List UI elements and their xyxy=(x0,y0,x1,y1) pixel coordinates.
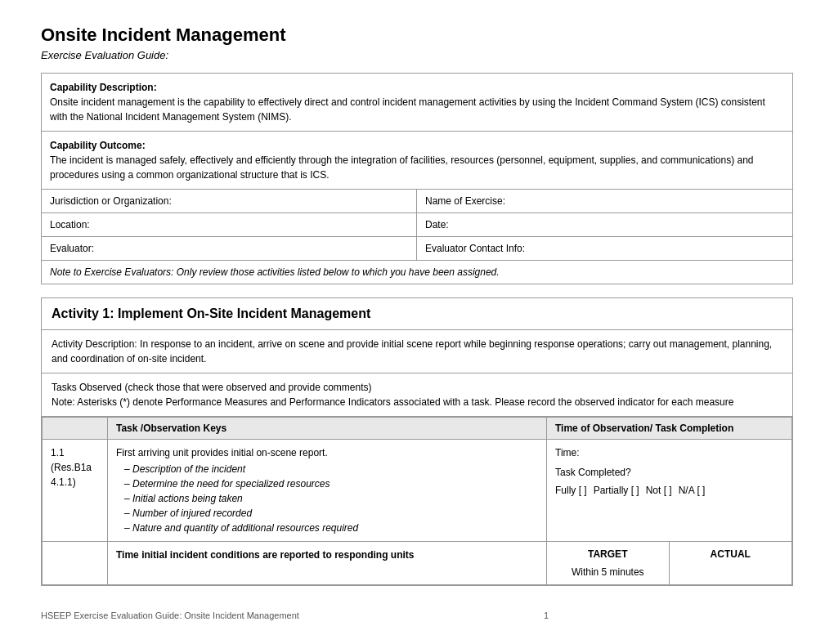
actual-col: ACTUAL xyxy=(670,542,792,584)
task-items-list: Description of the incident Determine th… xyxy=(116,462,538,535)
evaluator-contact-label: Evaluator Contact Info: xyxy=(425,243,525,254)
target-row-empty xyxy=(43,542,108,585)
target-header: TARGET xyxy=(555,547,661,561)
evaluator-row: Evaluator: Evaluator Contact Info: xyxy=(42,237,792,261)
tasks-observed-label: Tasks Observed xyxy=(52,382,122,393)
fully-checkbox: Fully [ ] xyxy=(555,483,587,498)
location-col: Location: xyxy=(42,213,417,236)
task-description: First arriving unit provides initial on-… xyxy=(108,440,547,542)
completion-checkboxes: Fully [ ] Partially [ ] Not [ ] N/A [ ] xyxy=(555,483,783,498)
not-checkbox: Not [ ] xyxy=(646,483,672,498)
task-time-cell: Time: Task Completed? Fully [ ] Partiall… xyxy=(547,440,792,542)
list-item: Description of the incident xyxy=(116,462,538,476)
name-of-exercise-label: Name of Exercise: xyxy=(425,195,505,207)
activity-description: Activity Description: In response to an … xyxy=(42,330,792,373)
task-number: 1.1 (Res.B1a 4.1.1) xyxy=(43,440,108,542)
note-section: Note to Exercise Evaluators: Only review… xyxy=(42,261,792,284)
target-actual-inner: TARGET Within 5 minutes ACTUAL xyxy=(547,542,791,584)
page-number: 1 xyxy=(544,610,549,620)
na-checkbox: N/A [ ] xyxy=(679,483,706,498)
capability-description-section: Capability Description: Onsite incident … xyxy=(42,74,792,132)
page-title: Onsite Incident Management xyxy=(41,25,793,46)
table-row: 1.1 (Res.B1a 4.1.1) First arriving unit … xyxy=(43,440,792,542)
capability-outcome-section: Capability Outcome: The incident is mana… xyxy=(42,132,792,190)
activity-header: Activity 1: Implement On-Site Incident M… xyxy=(42,298,792,330)
col-task-desc-header: Task /Observation Keys xyxy=(108,418,547,440)
activity-description-text: In response to an incident, arrive on sc… xyxy=(52,338,772,364)
partially-checkbox: Partially [ ] xyxy=(594,483,639,498)
location-label: Location: xyxy=(50,219,90,230)
col-task-time-header: Time of Observation/ Task Completion xyxy=(547,418,792,440)
date-label: Date: xyxy=(425,219,449,230)
target-desc-text: Time initial incident conditions are rep… xyxy=(116,549,414,561)
activity-title: Activity 1: Implement On-Site Incident M… xyxy=(52,306,782,321)
evaluator-contact-col: Evaluator Contact Info: xyxy=(417,237,792,260)
evaluator-label: Evaluator: xyxy=(50,243,94,254)
footer-left: HSEEP Exercise Evaluation Guide: Onsite … xyxy=(41,610,299,620)
tasks-observed-section: Tasks Observed (check those that were ob… xyxy=(42,373,792,417)
info-box: Capability Description: Onsite incident … xyxy=(41,73,793,284)
actual-header: ACTUAL xyxy=(678,547,784,561)
task-title: First arriving unit provides initial on-… xyxy=(116,447,328,458)
evaluator-col: Evaluator: xyxy=(42,237,417,260)
table-header-row: Task /Observation Keys Time of Observati… xyxy=(43,418,792,440)
list-item: Nature and quantity of additional resour… xyxy=(116,521,538,535)
capability-description-text: Onsite incident management is the capabi… xyxy=(50,95,784,124)
footer: HSEEP Exercise Evaluation Guide: Onsite … xyxy=(41,610,793,620)
task-completed-label: Task Completed? xyxy=(555,465,783,480)
date-col: Date: xyxy=(417,213,792,236)
jurisdiction-row: Jurisdiction or Organization: Name of Ex… xyxy=(42,190,792,213)
tasks-note: Note: Asterisks (*) denote Performance M… xyxy=(52,396,733,408)
list-item: Initial actions being taken xyxy=(116,491,538,506)
target-row-desc: Time initial incident conditions are rep… xyxy=(108,542,547,585)
time-label: Time: xyxy=(555,445,783,460)
jurisdiction-label: Jurisdiction or Organization: xyxy=(50,195,172,207)
target-actual-cell: TARGET Within 5 minutes ACTUAL xyxy=(547,542,792,585)
capability-description-label: Capability Description: xyxy=(50,82,157,93)
target-actual-row: Time initial incident conditions are rep… xyxy=(43,542,792,585)
capability-outcome-text: The incident is managed safely, effectiv… xyxy=(50,153,784,182)
task-table: Task /Observation Keys Time of Observati… xyxy=(42,417,792,585)
col-task-num-header xyxy=(43,418,108,440)
capability-outcome-label: Capability Outcome: xyxy=(50,140,146,151)
activity-box: Activity 1: Implement On-Site Incident M… xyxy=(41,297,793,586)
target-col: TARGET Within 5 minutes xyxy=(547,542,670,584)
activity-description-label: Activity Description: xyxy=(52,338,137,350)
list-item: Number of injured recorded xyxy=(116,506,538,521)
subtitle: Exercise Evaluation Guide: xyxy=(41,49,793,61)
location-row: Location: Date: xyxy=(42,213,792,237)
tasks-observed-text: (check those that were observed and prov… xyxy=(124,382,371,393)
note-text: Note to Exercise Evaluators: Only review… xyxy=(50,266,500,278)
jurisdiction-col: Jurisdiction or Organization: xyxy=(42,190,417,212)
name-of-exercise-col: Name of Exercise: xyxy=(417,190,792,212)
list-item: Determine the need for specialized resou… xyxy=(116,476,538,491)
target-value: Within 5 minutes xyxy=(555,565,661,579)
